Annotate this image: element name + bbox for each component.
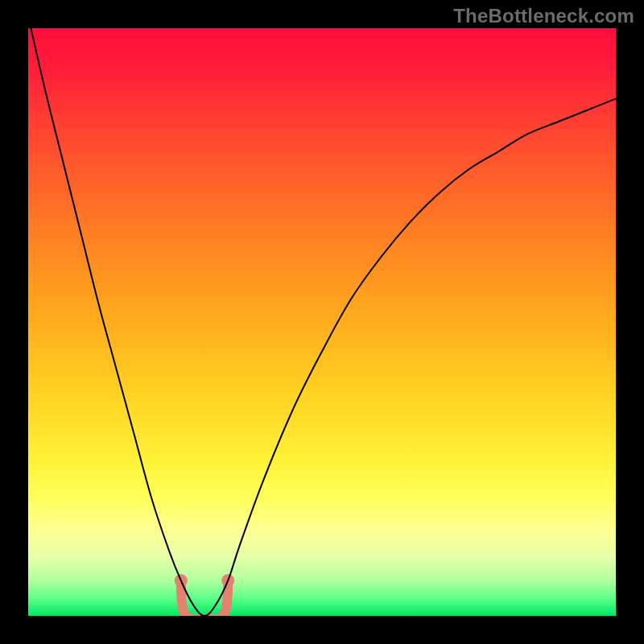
chart-frame: TheBottleneck.com — [0, 0, 644, 644]
min-marker — [175, 574, 234, 616]
watermark-text: TheBottleneck.com — [453, 5, 634, 27]
curve-line — [28, 28, 616, 616]
bottleneck-curve — [28, 28, 616, 616]
plot-area — [28, 28, 616, 616]
